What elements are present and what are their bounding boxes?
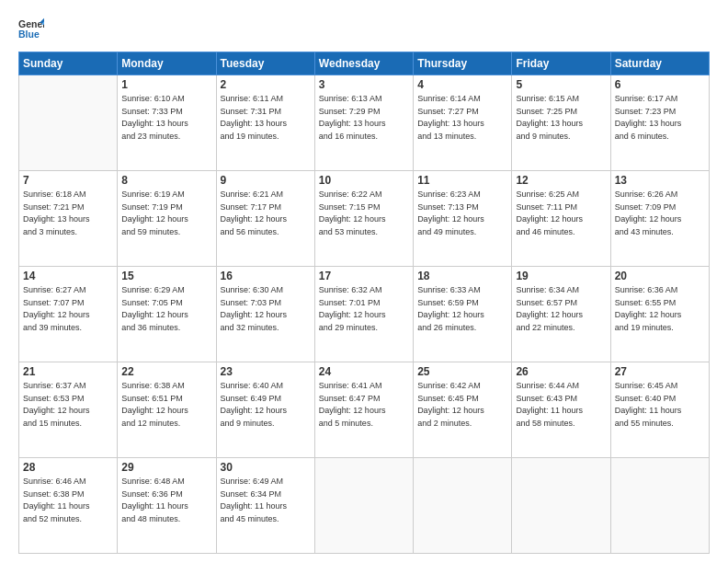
calendar-cell: 29Sunrise: 6:48 AM Sunset: 6:36 PM Dayli… bbox=[118, 458, 216, 554]
day-info: Sunrise: 6:46 AM Sunset: 6:38 PM Dayligh… bbox=[23, 476, 113, 525]
calendar-cell: 3Sunrise: 6:13 AM Sunset: 7:29 PM Daylig… bbox=[314, 75, 413, 171]
calendar-body: 1Sunrise: 6:10 AM Sunset: 7:33 PM Daylig… bbox=[19, 75, 710, 554]
calendar-cell: 11Sunrise: 6:23 AM Sunset: 7:13 PM Dayli… bbox=[414, 171, 512, 267]
day-number: 9 bbox=[221, 174, 311, 187]
day-number: 22 bbox=[121, 365, 211, 378]
calendar-cell bbox=[414, 458, 512, 554]
calendar-cell bbox=[610, 458, 709, 554]
day-number: 20 bbox=[615, 270, 705, 282]
calendar-header-day: Monday bbox=[118, 52, 216, 75]
day-number: 23 bbox=[221, 365, 311, 378]
day-info: Sunrise: 6:23 AM Sunset: 7:13 PM Dayligh… bbox=[417, 189, 507, 238]
day-number: 12 bbox=[516, 174, 606, 187]
calendar-week-row: 1Sunrise: 6:10 AM Sunset: 7:33 PM Daylig… bbox=[19, 75, 710, 171]
day-info: Sunrise: 6:38 AM Sunset: 6:51 PM Dayligh… bbox=[121, 380, 211, 430]
day-number: 3 bbox=[319, 78, 409, 91]
day-number: 21 bbox=[23, 365, 113, 378]
calendar-cell: 9Sunrise: 6:21 AM Sunset: 7:17 PM Daylig… bbox=[216, 171, 314, 267]
calendar-cell: 16Sunrise: 6:30 AM Sunset: 7:03 PM Dayli… bbox=[216, 267, 314, 362]
calendar-cell bbox=[512, 458, 610, 554]
calendar-header-day: Wednesday bbox=[314, 52, 413, 75]
calendar-cell: 18Sunrise: 6:33 AM Sunset: 6:59 PM Dayli… bbox=[414, 267, 512, 362]
day-info: Sunrise: 6:10 AM Sunset: 7:33 PM Dayligh… bbox=[121, 93, 211, 143]
day-number: 7 bbox=[23, 174, 113, 187]
day-info: Sunrise: 6:25 AM Sunset: 7:11 PM Dayligh… bbox=[516, 189, 606, 238]
calendar-cell: 25Sunrise: 6:42 AM Sunset: 6:45 PM Dayli… bbox=[414, 362, 512, 458]
day-number: 18 bbox=[417, 270, 507, 282]
day-number: 30 bbox=[221, 461, 311, 474]
day-info: Sunrise: 6:15 AM Sunset: 7:25 PM Dayligh… bbox=[516, 93, 606, 143]
calendar-cell: 5Sunrise: 6:15 AM Sunset: 7:25 PM Daylig… bbox=[512, 75, 610, 171]
calendar-cell: 19Sunrise: 6:34 AM Sunset: 6:57 PM Dayli… bbox=[512, 267, 610, 362]
day-number: 6 bbox=[615, 78, 705, 91]
calendar-cell: 27Sunrise: 6:45 AM Sunset: 6:40 PM Dayli… bbox=[610, 362, 709, 458]
calendar-header-day: Saturday bbox=[610, 52, 709, 75]
calendar-cell: 28Sunrise: 6:46 AM Sunset: 6:38 PM Dayli… bbox=[19, 458, 118, 554]
day-info: Sunrise: 6:44 AM Sunset: 6:43 PM Dayligh… bbox=[516, 380, 606, 430]
calendar-cell: 21Sunrise: 6:37 AM Sunset: 6:53 PM Dayli… bbox=[19, 362, 118, 458]
logo: General Blue bbox=[18, 17, 48, 42]
day-info: Sunrise: 6:19 AM Sunset: 7:19 PM Dayligh… bbox=[121, 189, 211, 238]
day-number: 17 bbox=[319, 270, 409, 282]
day-number: 27 bbox=[615, 365, 705, 378]
day-info: Sunrise: 6:37 AM Sunset: 6:53 PM Dayligh… bbox=[23, 380, 113, 430]
day-number: 28 bbox=[23, 461, 113, 474]
calendar-week-row: 21Sunrise: 6:37 AM Sunset: 6:53 PM Dayli… bbox=[19, 362, 710, 458]
calendar-header-day: Tuesday bbox=[216, 52, 314, 75]
day-info: Sunrise: 6:17 AM Sunset: 7:23 PM Dayligh… bbox=[615, 93, 705, 143]
day-number: 25 bbox=[417, 365, 507, 378]
calendar-cell: 8Sunrise: 6:19 AM Sunset: 7:19 PM Daylig… bbox=[118, 171, 216, 267]
day-info: Sunrise: 6:22 AM Sunset: 7:15 PM Dayligh… bbox=[319, 189, 409, 238]
calendar-cell: 15Sunrise: 6:29 AM Sunset: 7:05 PM Dayli… bbox=[118, 267, 216, 362]
calendar-cell bbox=[19, 75, 118, 171]
logo-icon: General Blue bbox=[18, 17, 44, 42]
day-info: Sunrise: 6:30 AM Sunset: 7:03 PM Dayligh… bbox=[221, 284, 311, 334]
calendar-cell: 2Sunrise: 6:11 AM Sunset: 7:31 PM Daylig… bbox=[216, 75, 314, 171]
day-info: Sunrise: 6:27 AM Sunset: 7:07 PM Dayligh… bbox=[23, 284, 113, 334]
calendar-cell: 26Sunrise: 6:44 AM Sunset: 6:43 PM Dayli… bbox=[512, 362, 610, 458]
calendar-cell: 23Sunrise: 6:40 AM Sunset: 6:49 PM Dayli… bbox=[216, 362, 314, 458]
day-info: Sunrise: 6:11 AM Sunset: 7:31 PM Dayligh… bbox=[221, 93, 311, 143]
calendar-week-row: 7Sunrise: 6:18 AM Sunset: 7:21 PM Daylig… bbox=[19, 171, 710, 267]
day-info: Sunrise: 6:41 AM Sunset: 6:47 PM Dayligh… bbox=[319, 380, 409, 430]
day-info: Sunrise: 6:40 AM Sunset: 6:49 PM Dayligh… bbox=[221, 380, 311, 430]
calendar-cell: 20Sunrise: 6:36 AM Sunset: 6:55 PM Dayli… bbox=[610, 267, 709, 362]
day-number: 2 bbox=[221, 78, 311, 91]
calendar-week-row: 14Sunrise: 6:27 AM Sunset: 7:07 PM Dayli… bbox=[19, 267, 710, 362]
calendar-cell: 13Sunrise: 6:26 AM Sunset: 7:09 PM Dayli… bbox=[610, 171, 709, 267]
day-number: 1 bbox=[121, 78, 211, 91]
day-number: 26 bbox=[516, 365, 606, 378]
calendar-cell: 22Sunrise: 6:38 AM Sunset: 6:51 PM Dayli… bbox=[118, 362, 216, 458]
calendar-header-day: Friday bbox=[512, 52, 610, 75]
day-number: 29 bbox=[121, 461, 211, 474]
calendar-cell: 24Sunrise: 6:41 AM Sunset: 6:47 PM Dayli… bbox=[314, 362, 413, 458]
day-info: Sunrise: 6:32 AM Sunset: 7:01 PM Dayligh… bbox=[319, 284, 409, 334]
calendar-cell: 1Sunrise: 6:10 AM Sunset: 7:33 PM Daylig… bbox=[118, 75, 216, 171]
day-info: Sunrise: 6:33 AM Sunset: 6:59 PM Dayligh… bbox=[417, 284, 507, 334]
day-info: Sunrise: 6:13 AM Sunset: 7:29 PM Dayligh… bbox=[319, 93, 409, 143]
calendar-cell bbox=[314, 458, 413, 554]
day-info: Sunrise: 6:34 AM Sunset: 6:57 PM Dayligh… bbox=[516, 284, 606, 334]
calendar-header-day: Thursday bbox=[414, 52, 512, 75]
calendar-cell: 14Sunrise: 6:27 AM Sunset: 7:07 PM Dayli… bbox=[19, 267, 118, 362]
day-info: Sunrise: 6:49 AM Sunset: 6:34 PM Dayligh… bbox=[221, 476, 311, 525]
day-number: 15 bbox=[121, 270, 211, 282]
day-info: Sunrise: 6:36 AM Sunset: 6:55 PM Dayligh… bbox=[615, 284, 705, 334]
day-number: 14 bbox=[23, 270, 113, 282]
day-info: Sunrise: 6:14 AM Sunset: 7:27 PM Dayligh… bbox=[417, 93, 507, 143]
day-info: Sunrise: 6:45 AM Sunset: 6:40 PM Dayligh… bbox=[615, 380, 705, 430]
day-number: 8 bbox=[121, 174, 211, 187]
day-number: 11 bbox=[417, 174, 507, 187]
svg-text:Blue: Blue bbox=[18, 29, 40, 40]
day-info: Sunrise: 6:29 AM Sunset: 7:05 PM Dayligh… bbox=[121, 284, 211, 334]
day-info: Sunrise: 6:42 AM Sunset: 6:45 PM Dayligh… bbox=[417, 380, 507, 430]
day-number: 4 bbox=[417, 78, 507, 91]
calendar-cell: 7Sunrise: 6:18 AM Sunset: 7:21 PM Daylig… bbox=[19, 171, 118, 267]
calendar-cell: 10Sunrise: 6:22 AM Sunset: 7:15 PM Dayli… bbox=[314, 171, 413, 267]
calendar-table: SundayMondayTuesdayWednesdayThursdayFrid… bbox=[18, 52, 710, 554]
day-number: 5 bbox=[516, 78, 606, 91]
calendar-cell: 4Sunrise: 6:14 AM Sunset: 7:27 PM Daylig… bbox=[414, 75, 512, 171]
day-number: 24 bbox=[319, 365, 409, 378]
day-number: 10 bbox=[319, 174, 409, 187]
day-info: Sunrise: 6:26 AM Sunset: 7:09 PM Dayligh… bbox=[615, 189, 705, 238]
